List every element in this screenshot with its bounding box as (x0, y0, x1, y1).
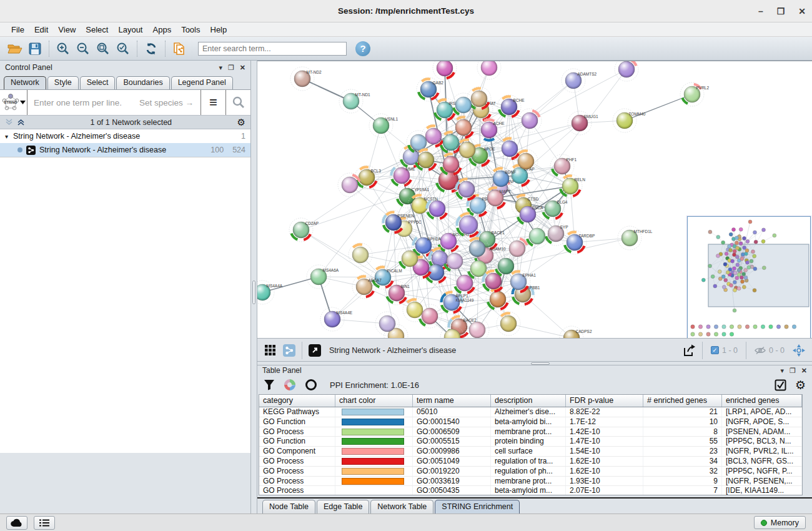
tab-network[interactable]: Network (4, 76, 46, 89)
network-node-cadps2[interactable]: CADPS2 (560, 326, 592, 338)
string-protein-query-selector[interactable]: STRING (0, 90, 27, 115)
horizontal-splitter[interactable] (257, 361, 812, 365)
birdseye-toggle-button[interactable] (261, 342, 280, 359)
table-row[interactable]: GO FunctionGO:0005515protein binding1.47… (259, 437, 802, 447)
memory-button[interactable]: Memory (754, 516, 806, 529)
table-settings-gear-icon[interactable]: ⚙ (795, 378, 806, 392)
network-node-aplp1[interactable]: APLP1KIAA1149 (440, 290, 474, 314)
float-panel-icon[interactable]: ❐ (228, 64, 234, 72)
network-node-tomm40[interactable]: TOMM40 (613, 109, 646, 132)
network-node-vsnl1[interactable]: VSNL1 (369, 114, 398, 137)
tab-network-table[interactable]: Network Table (370, 500, 433, 514)
tab-edge-table[interactable]: Edge Table (317, 500, 369, 514)
network-node[interactable] (615, 61, 638, 81)
collapse-panel-icon[interactable]: ▾ (219, 64, 222, 72)
menu-apps[interactable]: Apps (148, 24, 177, 36)
menu-layout[interactable]: Layout (113, 24, 147, 36)
query-options-button[interactable]: ≡ (201, 90, 225, 115)
table-row[interactable]: GO ProcessGO:0033619membrane prot...1.93… (259, 477, 802, 487)
vertical-splitter[interactable] (251, 61, 257, 514)
network-node[interactable] (443, 249, 467, 273)
species-hint[interactable]: Set species → (139, 98, 201, 107)
birdseye-canvas[interactable] (688, 217, 810, 339)
network-node-ms4a4e[interactable]: MS4A4E (320, 307, 353, 331)
close-panel-icon[interactable]: ✕ (240, 64, 245, 72)
network-node[interactable] (505, 237, 529, 261)
minimize-button[interactable]: – (758, 7, 763, 16)
network-collection-row[interactable]: ▾ String Network - Alzheimer's disease 1 (0, 129, 250, 143)
network-node[interactable] (477, 61, 501, 79)
menu-edit[interactable]: Edit (29, 24, 53, 36)
column-header--enriched-genes[interactable]: # enriched genes (643, 395, 722, 407)
network-node-ms4a4a[interactable]: MS4A4A (257, 280, 283, 304)
network-node[interactable] (418, 304, 442, 328)
refresh-button[interactable] (141, 39, 161, 58)
network-node-cd2ap[interactable]: CD2AP (289, 218, 319, 242)
zoom-selected-button[interactable] (113, 39, 133, 58)
cloud-tasks-button[interactable] (6, 516, 27, 530)
task-history-button[interactable] (34, 516, 55, 530)
zoom-out-button[interactable] (73, 39, 93, 58)
splitter-handle[interactable] (531, 362, 550, 365)
table-row[interactable]: GO ProcessGO:0050435beta-amyloid m...2.0… (259, 486, 802, 495)
column-header-enriched-genes[interactable]: enriched genes (722, 395, 802, 407)
maximize-button[interactable]: ❐ (777, 7, 785, 16)
network-node-mt-nd1[interactable]: MT-ND1 (339, 89, 370, 113)
network-node-adamts2[interactable]: ADAMTS2 (562, 69, 597, 92)
table-row[interactable]: GO ProcessGO:0019220regulation of ph...1… (259, 467, 802, 477)
tree-caret-icon[interactable]: ▾ (5, 133, 8, 140)
select-columns-icon[interactable] (775, 379, 786, 391)
tab-node-table[interactable]: Node Table (262, 500, 315, 514)
network-node[interactable] (349, 243, 372, 267)
collapse-panel-icon[interactable]: ▾ (780, 367, 784, 375)
search-input[interactable] (198, 42, 347, 56)
close-panel-icon[interactable]: ✕ (801, 367, 807, 375)
network-node-pvrl2[interactable]: PVRL2 (680, 82, 709, 106)
tab-style[interactable]: Style (47, 76, 79, 89)
close-button[interactable]: ✕ (798, 7, 806, 16)
network-node-bche[interactable]: BCHE (497, 95, 525, 119)
network-node[interactable] (375, 312, 399, 335)
save-session-button[interactable] (25, 39, 45, 58)
menu-tools[interactable]: Tools (176, 24, 205, 36)
network-node-mthfd1l[interactable]: MTHFD1L (618, 226, 653, 250)
string-style-button[interactable] (280, 342, 299, 359)
network-options-gear-icon[interactable]: ⚙ (237, 117, 245, 128)
expand-all-icon[interactable] (17, 118, 25, 126)
tab-string-enrichment[interactable]: STRING Enrichment (435, 500, 520, 514)
network-node-mt-nd2[interactable]: MT-ND2 (290, 67, 322, 91)
navigator-button[interactable] (790, 342, 808, 359)
table-row[interactable]: GO ProcessGO:0051049regulation of tra...… (259, 457, 802, 467)
menu-file[interactable]: File (6, 24, 29, 36)
network-node[interactable] (425, 197, 449, 221)
network-node-syp[interactable]: SYP (544, 222, 568, 246)
zoom-fit-button[interactable] (93, 39, 113, 58)
menu-select[interactable]: Select (81, 24, 113, 36)
column-header-chart-color[interactable]: chart color (335, 395, 413, 407)
network-node[interactable] (497, 312, 520, 335)
import-network-button[interactable] (169, 39, 189, 58)
float-panel-icon[interactable]: ❐ (790, 367, 796, 375)
menu-help[interactable]: Help (205, 24, 232, 36)
column-header-term-name[interactable]: term name (413, 395, 491, 407)
menu-view[interactable]: View (53, 24, 81, 36)
splitter-handle[interactable] (252, 280, 255, 304)
table-row[interactable]: GO ProcessGO:0006509membrane prot...1.42… (259, 427, 802, 437)
export-network-button[interactable] (680, 342, 699, 359)
column-header-category[interactable]: category (259, 395, 335, 407)
filter-icon[interactable] (264, 379, 275, 390)
tab-legend-panel[interactable]: Legend Panel (171, 76, 233, 89)
network-node-smug1[interactable]: SMUG1 (568, 111, 598, 135)
string-query-placeholder[interactable]: Enter one term per line. (27, 98, 122, 107)
column-header-FDR-p-value[interactable]: FDR p-value (566, 395, 643, 407)
table-row[interactable]: KEGG Pathways05010Alzheimer's dise...8.8… (259, 407, 802, 417)
tab-boundaries[interactable]: Boundaries (116, 76, 169, 89)
donut-chart-icon[interactable] (284, 379, 296, 391)
network-node[interactable] (455, 177, 478, 201)
table-row[interactable]: GO FunctionGO:0001540beta-amyloid bi...1… (259, 417, 802, 427)
network-node-phf1[interactable]: PHF1 (550, 154, 577, 178)
network-row[interactable]: String Network - Alzheimer's disease 100… (0, 143, 250, 157)
birdseye-view[interactable] (687, 216, 811, 340)
network-node[interactable] (338, 173, 362, 197)
zoom-in-button[interactable] (53, 39, 73, 58)
